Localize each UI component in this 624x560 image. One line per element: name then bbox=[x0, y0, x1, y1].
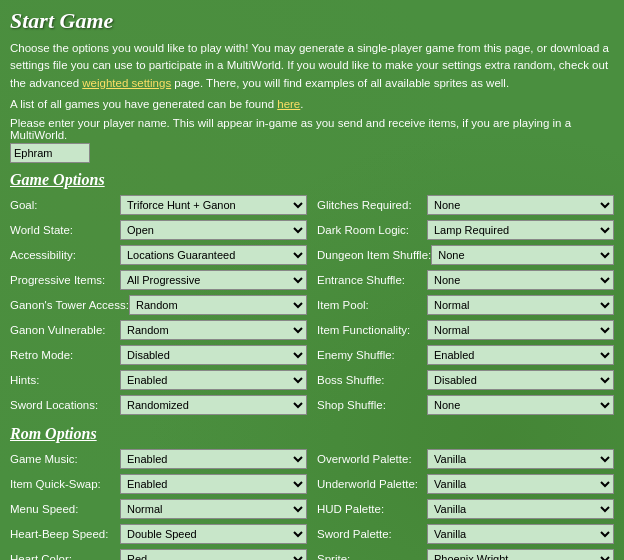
option-select[interactable]: NoneSimpleRestrictedFullCrossedInsanity bbox=[427, 270, 614, 290]
option-row: Entrance Shuffle:NoneSimpleRestrictedFul… bbox=[317, 270, 614, 290]
option-label: Goal: bbox=[10, 199, 120, 211]
rom-options-header: Rom Options bbox=[10, 425, 614, 443]
option-row: Glitches Required:NoneMinor GlitchesOver… bbox=[317, 195, 614, 215]
option-label: Dark Room Logic: bbox=[317, 224, 427, 236]
option-label: Shop Shuffle: bbox=[317, 399, 427, 411]
option-select[interactable]: OpenStandardInvertedRetro bbox=[120, 220, 307, 240]
weighted-settings-link[interactable]: weighted settings bbox=[82, 77, 171, 89]
game-options-grid: Goal:Triforce Hunt + GanonGanonFast Gano… bbox=[10, 195, 614, 417]
option-row: Item Functionality:NormalHardExpert bbox=[317, 320, 614, 340]
option-label: Overworld Palette: bbox=[317, 453, 427, 465]
description-text: Choose the options you would like to pla… bbox=[10, 40, 614, 92]
option-select[interactable]: Lamp RequiredTorchesNone bbox=[427, 220, 614, 240]
option-row: Boss Shuffle:DisabledSimpleFullRandom bbox=[317, 370, 614, 390]
game-options-header: Game Options bbox=[10, 171, 614, 189]
option-select[interactable]: EnabledDisabled bbox=[120, 474, 307, 494]
option-select[interactable]: EnabledDisabled bbox=[427, 345, 614, 365]
option-label: Item Pool: bbox=[317, 299, 427, 311]
description-list-text: A list of all games you have generated c… bbox=[10, 96, 614, 113]
option-select[interactable]: VanillaRandomBlackout bbox=[427, 449, 614, 469]
option-label: Boss Shuffle: bbox=[317, 374, 427, 386]
page-title: Start Game bbox=[10, 8, 614, 34]
option-select[interactable]: Locations GuaranteedItems GuaranteedNone bbox=[120, 245, 307, 265]
option-select[interactable]: Double SpeedNormalHalf SpeedQuarter Spee… bbox=[120, 524, 307, 544]
option-select[interactable]: NoneMinor GlitchesOverworld GlitchesHybr… bbox=[427, 195, 614, 215]
option-select[interactable]: EnabledDisabledRandom bbox=[120, 449, 307, 469]
option-label: World State: bbox=[10, 224, 120, 236]
option-label: Retro Mode: bbox=[10, 349, 120, 361]
option-select[interactable]: NoneEnabled bbox=[427, 395, 614, 415]
option-label: Sprite: bbox=[317, 553, 427, 560]
option-row: Goal:Triforce Hunt + GanonGanonFast Gano… bbox=[10, 195, 307, 215]
option-label: Entrance Shuffle: bbox=[317, 274, 427, 286]
option-row: Shop Shuffle:NoneEnabled bbox=[317, 395, 614, 415]
option-select[interactable]: DisabledEnabled bbox=[120, 345, 307, 365]
option-label: Dungeon Item Shuffle: bbox=[317, 249, 431, 261]
option-row: Game Music:EnabledDisabledRandom bbox=[10, 449, 307, 469]
option-label: Sword Palette: bbox=[317, 528, 427, 540]
here-link[interactable]: here bbox=[277, 98, 300, 110]
option-label: HUD Palette: bbox=[317, 503, 427, 515]
option-row: Enemy Shuffle:EnabledDisabled bbox=[317, 345, 614, 365]
option-row: Retro Mode:DisabledEnabled bbox=[10, 345, 307, 365]
option-select[interactable]: RandomVanillaCrystals bbox=[129, 295, 307, 315]
option-label: Enemy Shuffle: bbox=[317, 349, 427, 361]
option-select[interactable]: EnabledDisabled bbox=[120, 370, 307, 390]
option-label: Heart-Beep Speed: bbox=[10, 528, 120, 540]
option-select[interactable]: NoneMaps/CompassesMaps/Compasses/KeysKey… bbox=[431, 245, 614, 265]
option-select[interactable]: NormalHardExpertCrowd Control bbox=[427, 295, 614, 315]
option-label: Accessibility: bbox=[10, 249, 120, 261]
option-row: HUD Palette:VanillaRandomBlackout bbox=[317, 499, 614, 519]
option-select[interactable]: RandomVanillaCrystals bbox=[120, 320, 307, 340]
option-row: Progressive Items:All ProgressiveIndivid… bbox=[10, 270, 307, 290]
option-select[interactable]: RedBlueGreenYellow bbox=[120, 549, 307, 560]
option-row: Ganon's Tower Access:RandomVanillaCrysta… bbox=[10, 295, 307, 315]
option-select[interactable]: DisabledSimpleFullRandom bbox=[427, 370, 614, 390]
option-select[interactable]: All ProgressiveIndividual ProgressivePro… bbox=[120, 270, 307, 290]
player-name-input[interactable] bbox=[10, 143, 90, 163]
option-label: Game Music: bbox=[10, 453, 120, 465]
option-label: Menu Speed: bbox=[10, 503, 120, 515]
option-label: Item Quick-Swap: bbox=[10, 478, 120, 490]
option-row: Hints:EnabledDisabled bbox=[10, 370, 307, 390]
option-row: Underworld Palette:VanillaRandomBlackout bbox=[317, 474, 614, 494]
option-select[interactable]: Phoenix WrightLinkRandom bbox=[427, 549, 614, 560]
player-name-section: Please enter your player name. This will… bbox=[10, 117, 614, 163]
option-label: Item Functionality: bbox=[317, 324, 427, 336]
option-label: Underworld Palette: bbox=[317, 478, 427, 490]
option-label: Glitches Required: bbox=[317, 199, 427, 211]
option-select[interactable]: VanillaRandomBlackout bbox=[427, 474, 614, 494]
option-row: Item Quick-Swap:EnabledDisabled bbox=[10, 474, 307, 494]
option-row: Heart-Beep Speed:Double SpeedNormalHalf … bbox=[10, 524, 307, 544]
option-label: Sword Locations: bbox=[10, 399, 120, 411]
option-row: World State:OpenStandardInvertedRetro bbox=[10, 220, 307, 240]
option-label: Progressive Items: bbox=[10, 274, 120, 286]
option-select[interactable]: VanillaRandomBlackout bbox=[427, 524, 614, 544]
option-row: Sprite:Phoenix WrightLinkRandom bbox=[317, 549, 614, 560]
option-select[interactable]: RandomizedVanillaSwordless bbox=[120, 395, 307, 415]
option-row: Item Pool:NormalHardExpertCrowd Control bbox=[317, 295, 614, 315]
option-select[interactable]: NormalHardExpert bbox=[427, 320, 614, 340]
option-row: Dark Room Logic:Lamp RequiredTorchesNone bbox=[317, 220, 614, 240]
option-row: Dungeon Item Shuffle:NoneMaps/CompassesM… bbox=[317, 245, 614, 265]
option-select[interactable]: NormalFastInstantSlow bbox=[120, 499, 307, 519]
option-row: Heart Color:RedBlueGreenYellow bbox=[10, 549, 307, 560]
option-row: Sword Locations:RandomizedVanillaSwordle… bbox=[10, 395, 307, 415]
option-label: Heart Color: bbox=[10, 553, 120, 560]
option-row: Accessibility:Locations GuaranteedItems … bbox=[10, 245, 307, 265]
option-select[interactable]: VanillaRandomBlackout bbox=[427, 499, 614, 519]
option-select[interactable]: Triforce Hunt + GanonGanonFast GanonAll … bbox=[120, 195, 307, 215]
option-label: Ganon Vulnerable: bbox=[10, 324, 120, 336]
option-row: Menu Speed:NormalFastInstantSlow bbox=[10, 499, 307, 519]
option-row: Sword Palette:VanillaRandomBlackout bbox=[317, 524, 614, 544]
option-label: Hints: bbox=[10, 374, 120, 386]
option-label: Ganon's Tower Access: bbox=[10, 299, 129, 311]
option-row: Overworld Palette:VanillaRandomBlackout bbox=[317, 449, 614, 469]
option-row: Ganon Vulnerable:RandomVanillaCrystals bbox=[10, 320, 307, 340]
rom-options-grid: Game Music:EnabledDisabledRandomOverworl… bbox=[10, 449, 614, 560]
